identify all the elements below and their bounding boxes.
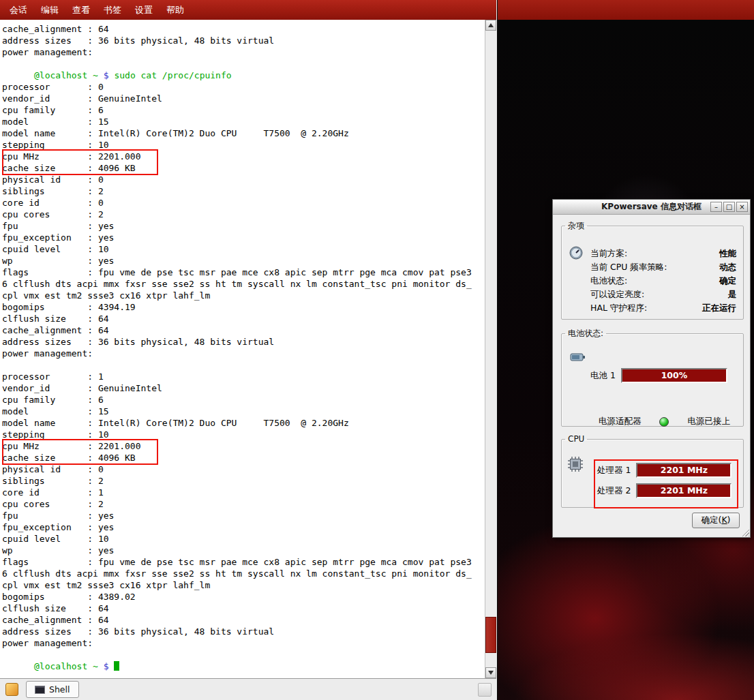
ac-power-led-icon [659,417,669,427]
terminal-line [2,649,485,660]
tab-shell[interactable]: Shell [26,681,79,698]
highlighted-lines: cpu MHz : 2201.000cache size : 4096 KB [2,440,485,463]
terminal-line: cache_alignment : 64 [2,324,485,336]
terminal-line [2,359,485,371]
terminal-line: fpu_exception : yes [2,521,485,533]
terminal-line: core id : 1 [2,487,485,498]
resize-grip[interactable] [740,528,749,536]
dialog-titlebar[interactable]: KPowersave 信息对话框 – □ × [553,200,750,215]
terminal-line: cache size : 4096 KB [2,162,485,174]
close-button[interactable]: × [736,202,748,212]
adapter-label: 电源适配器 [599,416,642,427]
terminal-tabbar: Shell [0,678,496,700]
battery-group-title: 电池状态: [565,328,606,339]
terminal-line: siblings : 2 [2,475,485,487]
terminal-line [2,58,485,70]
terminal-scrollbar[interactable] [485,20,496,678]
desktop: 会话编辑查看书签设置帮助 cache_alignment : 64address… [0,0,754,700]
terminal-line: power management: [2,348,485,359]
terminal-line: cpu MHz : 2201.000 [2,151,485,162]
terminal-line: model : 15 [2,406,485,417]
cpu-row-1: 处理器 12201 MHz [597,463,738,478]
terminal-line: cpu family : 6 [2,394,485,406]
terminal-output[interactable]: cache_alignment : 64address sizes : 36 b… [0,20,485,678]
terminal-line: power management: [2,637,485,649]
battery-row: 电池 1 100% [590,368,727,383]
terminal-line: cpuid level : 10 [2,533,485,545]
cpu-frequency-bar: 2201 MHz [636,463,732,478]
misc-label: 电池状态: [590,274,627,288]
misc-value: 动态 [719,260,736,274]
maximize-button[interactable]: □ [723,202,735,212]
menu-item-5[interactable]: 设置 [128,1,160,19]
misc-row: 当前 CPU 频率策略:动态 [590,260,736,274]
dialog-body: 杂项 当前方案:性能当前 CPU 频率策略:动态电池状态:确定可以设定亮度:是H… [553,215,750,537]
terminal-line: cpl vmx est tm2 ssse3 cx16 xtpr lahf_lm [2,579,485,591]
minimize-button[interactable]: – [710,202,722,212]
scroll-up-button[interactable] [485,20,496,31]
prompt-sign: $ [104,70,109,80]
terminal-line: 6 clflush dts acpi mmx fxsr sse sse2 ss … [2,278,485,290]
terminal-cursor [114,661,119,671]
tab-label: Shell [49,684,70,695]
terminal-line: address sizes : 36 bits physical, 48 bit… [2,336,485,348]
terminal-line: model : 15 [2,116,485,127]
background-window-titlebar [498,0,754,20]
misc-value: 是 [728,288,737,301]
misc-row: HAL 守护程序:正在运行 [590,301,736,315]
konsole-window: 会话编辑查看书签设置帮助 cache_alignment : 64address… [0,0,497,700]
adapter-row: 电源适配器 电源已接上 [599,416,730,427]
terminal-line: model name : Intel(R) Core(TM)2 Duo CPU … [2,417,485,429]
arrow-up-icon [488,23,494,27]
cpu-frequency-value: 2201 MHz [661,485,708,496]
ok-button[interactable]: 确定(K) [692,513,740,528]
terminal-line: cpu cores : 2 [2,498,485,510]
terminal-line: clflush size : 64 [2,313,485,324]
new-session-button[interactable] [3,682,20,698]
misc-group: 杂项 当前方案:性能当前 CPU 频率策略:动态电池状态:确定可以设定亮度:是H… [561,220,744,320]
cpu-row-2: 处理器 22201 MHz [597,483,738,498]
misc-label: HAL 守护程序: [590,301,647,315]
scrollbar-track[interactable] [485,31,496,667]
powersave-icon [569,245,584,260]
terminal-line: fpu : yes [2,220,485,232]
menu-item-6[interactable]: 帮助 [160,1,191,19]
prompt-line: @localhost ~ $ [2,660,485,672]
scrollbar-thumb[interactable] [485,617,496,653]
battery-icon [570,350,586,364]
scroll-down-button[interactable] [485,667,496,678]
terminal-line: fpu_exception : yes [2,232,485,243]
menu-item-1[interactable]: 会话 [3,1,34,19]
terminal-line: wp : yes [2,255,485,267]
terminal-line: cache size : 4096 KB [2,452,485,463]
terminal-line: cpu MHz : 2201.000 [2,440,485,452]
prompt-line: @localhost ~ $ sudo cat /proc/cpuinfo [2,70,485,81]
prompt-sign: $ [104,661,109,671]
prompt-host: @localhost ~ [34,661,98,671]
terminal-line: siblings : 2 [2,185,485,197]
terminal-line: core id : 0 [2,197,485,209]
prompt-host: @localhost ~ [34,70,98,80]
cpu-frequency-bar: 2201 MHz [636,483,732,498]
terminal-line: cache_alignment : 64 [2,23,485,35]
menu-item-4[interactable]: 书签 [97,1,128,19]
cpu-icon [567,456,584,472]
menu-item-3[interactable]: 查看 [65,1,97,19]
terminal-line: physical id : 0 [2,463,485,475]
misc-label: 可以设定亮度: [590,288,644,301]
session-list-button[interactable] [478,683,492,697]
cpu-label: 处理器 1 [597,465,631,476]
cpu-group-title: CPU [565,434,587,444]
adapter-status: 电源已接上 [688,416,731,427]
arrow-down-icon [488,671,494,675]
misc-group-title: 杂项 [565,220,587,232]
terminal-line: vendor_id : GenuineIntel [2,93,485,104]
terminal-line: clflush size : 64 [2,603,485,614]
terminal-line: bogomips : 4389.02 [2,591,485,603]
menu-item-2[interactable]: 编辑 [34,1,65,19]
battery-group: 电池状态: 电池 1 100% 电源适配器 电源已接上 [561,328,744,427]
cpu-label: 处理器 2 [597,485,631,497]
misc-label: 当前方案: [590,247,627,260]
misc-row: 电池状态:确定 [590,274,736,288]
terminal-line: wp : yes [2,545,485,556]
